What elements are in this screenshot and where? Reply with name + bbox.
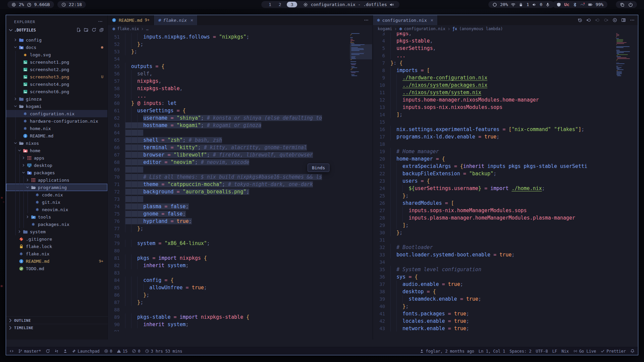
sidebar-item-flake.nix[interactable]: ❄ flake.nix (6, 250, 107, 257)
tab-flake.nix[interactable]: ❄ flake.nix × (154, 15, 198, 25)
workspace-2[interactable]: 2 (277, 2, 283, 7)
sidebar-item-packages[interactable]: packages (6, 169, 107, 176)
sidebar-item-docs[interactable]: docs (6, 44, 107, 51)
sidebar-item-home.nix[interactable]: ❄ home.nix (6, 125, 107, 132)
sidebar-item-.gitignore[interactable]: .gitignore (6, 235, 107, 243)
sidebar-item-applications[interactable]: applications (6, 176, 107, 184)
code-line: 8 imports = [ (373, 67, 638, 74)
workspace-3[interactable]: 3 (287, 2, 298, 7)
status-remote-item[interactable] (9, 349, 14, 353)
window-title-pill[interactable]: 123configuration.nix - .dotfiles (261, 1, 399, 8)
nav-back-icon[interactable] (586, 18, 591, 22)
sidebar-item-ginoza[interactable]: ginoza (6, 95, 107, 103)
status-text-item-r2[interactable]: Spaces: 2 (509, 349, 531, 354)
breadcrumb-item[interactable]: kogami (378, 26, 392, 31)
status-person-item-r0[interactable]: foglar, 2 months ago (420, 349, 474, 354)
sidebar-item-programming[interactable]: programming (6, 184, 107, 191)
refresh-icon[interactable] (92, 27, 96, 32)
sidebar-section-outline[interactable]: OUTLINE (6, 316, 108, 324)
run-icon[interactable] (612, 18, 617, 22)
status-slash-item[interactable]: 0 (132, 349, 140, 354)
sidebar-item-apps[interactable]: apps (6, 154, 107, 162)
sidebar-item-git.nix[interactable]: ❄ git.nix (6, 198, 107, 206)
dots-icon[interactable] (630, 18, 635, 22)
sidebar-item-configuration.nix[interactable]: ❄ configuration.nix (6, 110, 107, 117)
breadcrumb-item[interactable]: configuration.nix (404, 26, 445, 31)
power-pill[interactable] (616, 1, 637, 8)
sidebar-item-nixos[interactable]: nixos (6, 139, 107, 147)
net-usage: 20% (500, 2, 508, 7)
code-line: 62 username = "shinya"; # konsta or shin… (108, 114, 373, 122)
folder-icon (18, 38, 24, 43)
status-bell-item-r8[interactable] (630, 349, 635, 353)
workspace-1[interactable]: 1 (267, 2, 273, 7)
status-text-item-r4[interactable]: LF (552, 349, 557, 354)
breadcrumb-item[interactable]: (anonymous lambda) (459, 26, 503, 31)
collapse-all-icon[interactable] (99, 27, 104, 32)
sidebar-item-screenshot1.png[interactable]: screenshot1.png (6, 58, 107, 66)
folder-icon (18, 97, 24, 102)
sidebar-item-config[interactable]: config (6, 36, 107, 44)
minimap[interactable] (350, 33, 372, 331)
sidebar-item-code.nix[interactable]: ❄ code.nix (6, 191, 107, 198)
sidebar-section-timeline[interactable]: TIMELINE (6, 324, 108, 331)
clock-pill[interactable]: 22:18 (57, 1, 86, 8)
code-editor[interactable]: 3 pkgs,4 pkgs-stable,5 userSettings,6 ..… (373, 33, 638, 331)
sidebar-item-system[interactable]: system (6, 228, 107, 235)
tab-readme.md[interactable]: README.md 9+ (108, 15, 154, 25)
status-layers-item[interactable] (54, 349, 59, 353)
cpu-icon (11, 2, 16, 7)
sidebar-item-screenshot3.png[interactable]: screenshot3.png U (6, 73, 107, 80)
sidebar-item-logo.svg[interactable]: ✱ logo.svg (6, 51, 107, 58)
status-broadcast-item-r6[interactable]: Go Live (573, 349, 596, 354)
code-editor[interactable]: 51 inputs.nixpkgs.follows = "nixpkgs";52… (108, 33, 373, 331)
tab-configuration.nix[interactable]: ❄ configuration.nix × (373, 15, 438, 25)
code-line: 10 ../nixos/system/packages.nix (373, 81, 638, 89)
sidebar-item-neovim.nix[interactable]: ❄ neovim.nix (6, 206, 107, 213)
sidebar-item-readme.md[interactable]: README.md 9+ (6, 257, 107, 265)
sidebar-item-flake.lock[interactable]: flake.lock (6, 243, 107, 250)
tree-item-label: flake.nix (26, 251, 49, 256)
new-folder-icon[interactable] (84, 27, 89, 32)
status-check-item-r7[interactable]: Prettier (600, 349, 626, 354)
sidebar-item-desktop[interactable]: desktop (6, 162, 107, 169)
explorer-more-icon[interactable] (98, 19, 103, 24)
sidebar-item-screenshot6.png[interactable]: screenshot6.png (6, 88, 107, 95)
sidebar-item-screenshot4.png[interactable]: screenshot4.png (6, 80, 107, 88)
power-icon[interactable] (628, 2, 633, 7)
status-plug-item[interactable]: Launchpad (72, 349, 100, 354)
status-error-item[interactable]: 0 (104, 349, 112, 354)
breadcrumb-item[interactable]: flake.nix (117, 26, 139, 31)
status-text-item-r3[interactable]: UTF-8 (536, 349, 548, 354)
status-branch-item[interactable]: master* (18, 349, 41, 354)
status-clock2-item[interactable]: 3 hrs 53 mins (145, 349, 182, 354)
sidebar-item-tools[interactable]: tools (6, 213, 107, 221)
copy-icon[interactable] (620, 2, 625, 7)
split-icon[interactable] (621, 18, 626, 22)
close-tab-icon[interactable]: × (431, 17, 433, 23)
memory-usage: 9.66GB (34, 2, 50, 7)
quick-stats-pill[interactable]: 20% 1 0 (488, 1, 554, 8)
sidebar-item-readme.md[interactable]: README.md (6, 132, 107, 139)
system-monitor-pill[interactable]: 2% 9.66GB (7, 1, 54, 8)
status-sync-item[interactable] (46, 349, 50, 353)
mute-icon[interactable] (389, 2, 394, 7)
sidebar-item-todo.md[interactable]: TODO.md (6, 265, 107, 272)
close-tab-icon[interactable]: × (191, 17, 193, 23)
tray-pill[interactable]: Uc 99% (552, 1, 607, 8)
sidebar-item-screenshot2.png[interactable]: screenshot2.png (6, 66, 107, 73)
status-text-item-r1[interactable]: Ln 1, Col 1 (479, 349, 505, 354)
new-file-icon[interactable] (76, 27, 81, 32)
sidebar-item-packages.nix[interactable]: ❄ packages.nix (6, 221, 107, 228)
sidebar-item-kogami[interactable]: kogami (6, 103, 107, 110)
sidebar-item-hardware-configuration.nix[interactable]: ❄ hardware-configuration.nix (6, 117, 107, 125)
keyboard-layout[interactable]: Uc (564, 2, 570, 7)
minimap[interactable] (616, 33, 638, 331)
status-text-item-r5[interactable]: Nix (561, 349, 569, 354)
history-icon[interactable] (578, 18, 582, 22)
status-warning-item[interactable]: 15 (117, 349, 127, 354)
dots-icon[interactable] (364, 18, 369, 22)
breadcrumb-item[interactable]: … (146, 26, 148, 31)
sidebar-item-home[interactable]: home (6, 147, 107, 154)
status-person-item[interactable] (63, 349, 67, 353)
